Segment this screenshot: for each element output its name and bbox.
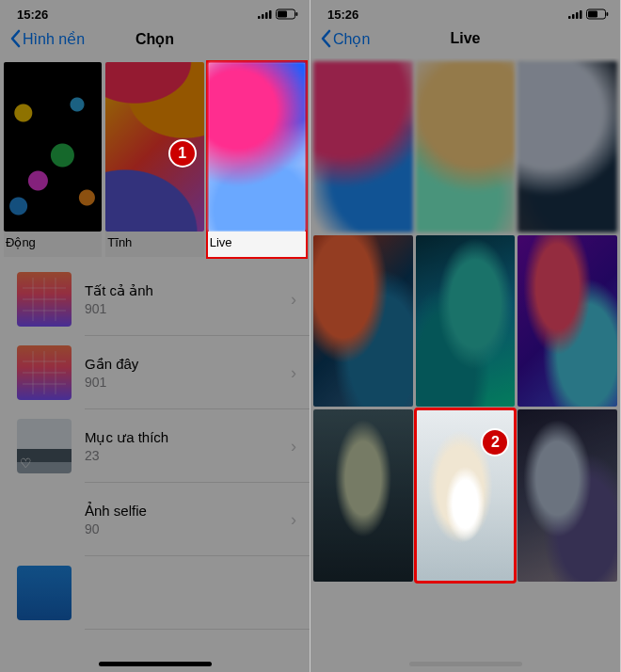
back-button[interactable]: Chọn: [320, 29, 370, 48]
album-count: 901: [85, 375, 278, 390]
home-indicator[interactable]: [409, 662, 522, 666]
album-list: Tất cả ảnh 901 › Gần đây 901 › ♡ Mục ưa …: [0, 263, 310, 630]
album-text: Mục ưa thích 23: [85, 429, 278, 463]
category-label: Động: [4, 232, 102, 257]
album-all-photos[interactable]: Tất cả ảnh 901 ›: [0, 263, 310, 336]
album-text: Tất cả ảnh 901: [85, 282, 278, 316]
category-thumb: [208, 62, 306, 232]
album-title: Mục ưa thích: [85, 429, 278, 446]
album-count: 23: [85, 448, 278, 463]
svg-rect-12: [588, 11, 597, 18]
category-thumb: [4, 62, 102, 232]
content: 2: [310, 58, 620, 672]
album-partial[interactable]: [0, 556, 310, 630]
step-badge-1: 1: [168, 139, 197, 168]
wallpaper-item[interactable]: [313, 61, 413, 232]
wallpaper-item[interactable]: [518, 235, 617, 407]
svg-rect-9: [576, 12, 579, 19]
chevron-right-icon: ›: [291, 510, 296, 530]
back-label: Chọn: [333, 30, 370, 48]
svg-rect-10: [580, 10, 582, 19]
chevron-right-icon: ›: [291, 363, 296, 383]
album-thumb: [17, 566, 72, 620]
album-title: Ảnh selfie: [85, 503, 278, 520]
album-recents[interactable]: Gần đây 901 ›: [0, 336, 310, 409]
wallpaper-grid: 2: [310, 58, 620, 584]
heart-icon: ♡: [20, 456, 32, 471]
back-button[interactable]: Hình nền: [9, 29, 85, 48]
step-badge-2: 2: [481, 428, 509, 456]
album-thumb: [17, 492, 72, 547]
category-row: Động Tĩnh 1 Live: [0, 58, 310, 257]
status-bar: 15:26: [0, 0, 310, 19]
album-thumb: ♡: [17, 419, 72, 473]
nav-bar: Chọn Live: [310, 19, 620, 58]
signal-icon: [258, 9, 273, 19]
nav-bar: Hình nền Chọn: [0, 19, 310, 58]
chevron-right-icon: ›: [291, 437, 296, 456]
album-title: Gần đây: [85, 356, 278, 373]
album-count: 901: [85, 301, 278, 316]
album-selfies[interactable]: Ảnh selfie 90 ›: [0, 483, 310, 556]
wallpaper-item[interactable]: [313, 235, 413, 407]
album-title: Tất cả ảnh: [85, 282, 278, 299]
album-text: Gần đây 901: [85, 356, 278, 390]
home-indicator[interactable]: [99, 662, 212, 666]
content: Động Tĩnh 1 Live Tất cả ảnh 901 ›: [0, 58, 310, 672]
svg-rect-6: [296, 12, 298, 16]
signal-icon: [568, 9, 583, 19]
category-label: Tĩnh: [105, 232, 203, 257]
svg-rect-5: [278, 11, 287, 18]
wallpaper-item[interactable]: [416, 61, 516, 232]
album-count: 90: [85, 521, 278, 536]
wallpaper-item[interactable]: [518, 61, 617, 232]
status-bar: 15:26: [310, 0, 620, 19]
album-text: Ảnh selfie 90: [85, 503, 278, 536]
wallpaper-item[interactable]: [518, 409, 617, 581]
chevron-left-icon: [320, 29, 331, 48]
wallpaper-item[interactable]: [313, 409, 413, 581]
wallpaper-item[interactable]: [416, 235, 516, 407]
svg-rect-13: [607, 12, 609, 16]
screen-choose: 15:26 Hình nền Chọn Động Tĩnh 1 Live: [0, 0, 310, 672]
category-label: Live: [208, 232, 306, 257]
album-thumb: [17, 272, 72, 327]
wallpaper-item-selected[interactable]: 2: [416, 409, 516, 581]
album-thumb: [17, 345, 72, 400]
category-live[interactable]: 1 Live: [208, 62, 306, 257]
screen-live: 15:26 Chọn Live 2: [310, 0, 621, 672]
category-dynamic[interactable]: Động: [4, 62, 102, 257]
album-favorites[interactable]: ♡ Mục ưa thích 23 ›: [0, 409, 310, 483]
chevron-right-icon: ›: [291, 290, 296, 310]
chevron-left-icon: [9, 29, 21, 48]
svg-rect-2: [265, 12, 268, 19]
svg-rect-3: [269, 10, 272, 19]
back-label: Hình nền: [23, 30, 85, 48]
